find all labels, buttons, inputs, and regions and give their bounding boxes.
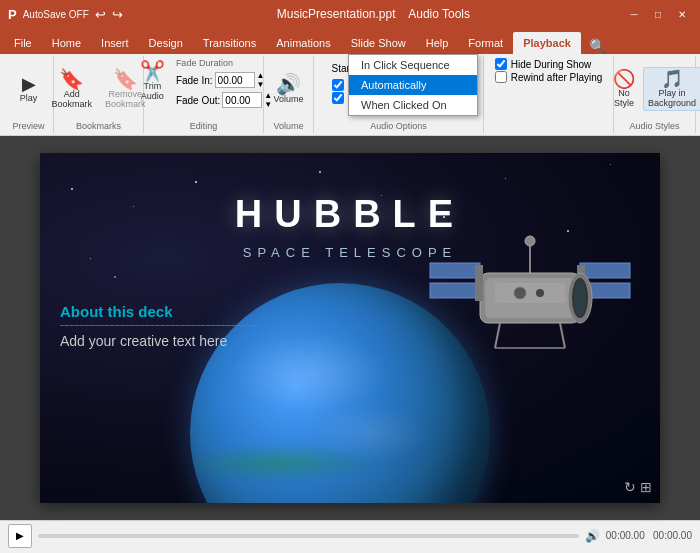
fade-in-label: Fade In: (176, 75, 213, 86)
slide-area: HUBBLE SPACE TELESCOPE About this deck A… (0, 136, 700, 520)
slide-subtitle: SPACE TELESCOPE (40, 245, 660, 260)
rewind-checkbox[interactable] (495, 71, 507, 83)
slide-body-text: Add your creative text here (60, 333, 227, 349)
start-dropdown-popup: In Click Sequence Automatically When Cli… (348, 54, 478, 116)
play-button[interactable]: ▶ Play (13, 72, 45, 106)
slide-bottom-icons: ↻ ⊞ (624, 479, 652, 495)
remove-bookmark-label: RemoveBookmark (105, 89, 146, 109)
play-bg-icon: 🎵 (661, 70, 683, 88)
no-style-label: NoStyle (614, 88, 634, 108)
slide[interactable]: HUBBLE SPACE TELESCOPE About this deck A… (40, 153, 660, 503)
editing-content: ✂️ TrimAudio Fade Duration Fade In: ▲▼ F… (135, 58, 272, 119)
tab-file[interactable]: File (4, 32, 42, 54)
title-bar: P AutoSave OFF ↩ ↪ MusicPresentation.ppt… (0, 0, 700, 28)
hide-during-show-checkbox[interactable] (495, 58, 507, 70)
tab-home[interactable]: Home (42, 32, 91, 54)
dropdown-item-automatically[interactable]: Automatically (349, 75, 477, 95)
tab-playback[interactable]: Playback (513, 32, 581, 54)
progress-bar[interactable] (38, 534, 579, 538)
audio-options-content2: Hide During Show Rewind after Playing (495, 58, 603, 129)
tab-insert[interactable]: Insert (91, 32, 139, 54)
tab-animations[interactable]: Animations (266, 32, 340, 54)
fade-out-label: Fade Out: (176, 95, 220, 106)
time-display: 00:00.00 00:00.00 (606, 530, 692, 541)
fade-in-input[interactable] (215, 72, 255, 88)
tab-transitions[interactable]: Transitions (193, 32, 266, 54)
play-icon: ▶ (22, 75, 36, 93)
loop-checkbox[interactable] (332, 92, 344, 104)
ribbon-tabs: File Home Insert Design Transitions Anim… (0, 28, 700, 54)
volume-content: 🔊 Volume (269, 58, 309, 119)
search-icon[interactable]: 🔍 (589, 38, 606, 54)
hide-during-show-label: Hide During Show (511, 59, 592, 70)
play-across-checkbox[interactable] (332, 79, 344, 91)
volume-group: 🔊 Volume Volume (264, 56, 314, 133)
rewind-row: Rewind after Playing (495, 71, 603, 83)
window-controls: ─ □ ✕ (624, 4, 692, 24)
svg-point-13 (514, 287, 526, 299)
slide-title: HUBBLE (40, 193, 660, 236)
bottom-bar: ▶ 🔊 00:00.00 00:00.00 (0, 520, 700, 550)
remove-bookmark-icon: 🔖 (113, 69, 138, 89)
play-pause-button[interactable]: ▶ (8, 524, 32, 548)
current-time: 00:00.00 (606, 530, 645, 541)
close-button[interactable]: ✕ (672, 4, 692, 24)
tab-help[interactable]: Help (416, 32, 459, 54)
add-bookmark-label: AddBookmark (52, 89, 93, 109)
svg-rect-2 (430, 263, 480, 278)
svg-rect-4 (475, 265, 483, 301)
restore-button[interactable]: □ (648, 4, 668, 24)
no-style-button[interactable]: 🚫 NoStyle (608, 67, 640, 111)
tab-design[interactable]: Design (139, 32, 193, 54)
tab-format[interactable]: Format (458, 32, 513, 54)
redo-icon[interactable]: ↪ (112, 7, 123, 22)
ribbon: ▶ Play Preview 🔖 AddBookmark 🔖 RemoveBoo… (0, 54, 700, 136)
fade-in-row: Fade In: ▲▼ (176, 71, 272, 89)
volume-group-label: Volume (274, 119, 304, 131)
play-icon: ▶ (16, 530, 24, 541)
preview-content: ▶ Play (13, 58, 45, 119)
play-label: Play (20, 93, 38, 103)
volume-button[interactable]: 🔊 Volume (269, 71, 309, 107)
audio-options-group2: Hide During Show Rewind after Playing (484, 56, 614, 133)
undo-icon[interactable]: ↩ (95, 7, 106, 22)
dropdown-item-when-clicked[interactable]: When Clicked On (349, 95, 477, 115)
play-bg-button[interactable]: 🎵 Play inBackground (643, 67, 700, 111)
play-bg-label: Play inBackground (648, 88, 696, 108)
minimize-button[interactable]: ─ (624, 4, 644, 24)
tab-slideshow[interactable]: Slide Show (341, 32, 416, 54)
fade-out-input[interactable] (222, 92, 262, 108)
editing-group: ✂️ TrimAudio Fade Duration Fade In: ▲▼ F… (144, 56, 264, 133)
add-bookmark-button[interactable]: 🔖 AddBookmark (47, 66, 98, 112)
fade-duration-label: Fade Duration (176, 58, 272, 68)
title-bar-center: MusicPresentation.ppt Audio Tools (123, 7, 624, 21)
bookmarks-group-label: Bookmarks (76, 119, 121, 131)
autosave-label[interactable]: AutoSave OFF (23, 9, 89, 20)
audio-styles-content: 🚫 NoStyle 🎵 Play inBackground (608, 58, 700, 119)
svg-rect-3 (430, 283, 480, 298)
remove-bookmark-button[interactable]: 🔖 RemoveBookmark (100, 66, 151, 112)
preview-group-label: Preview (12, 119, 44, 131)
total-time: 00:00.00 (653, 530, 692, 541)
svg-point-18 (574, 280, 586, 316)
main-content: HUBBLE SPACE TELESCOPE About this deck A… (0, 136, 700, 520)
volume-label: Volume (274, 94, 304, 104)
fade-out-row: Fade Out: ▲▼ (176, 91, 272, 109)
svg-line-16 (560, 323, 565, 348)
slide-divider (60, 325, 260, 326)
bookmarks-group: 🔖 AddBookmark 🔖 RemoveBookmark Bookmarks (54, 56, 144, 133)
audio-options-group-label: Audio Options (370, 119, 427, 131)
dropdown-item-click-sequence[interactable]: In Click Sequence (349, 55, 477, 75)
svg-rect-5 (580, 263, 630, 278)
fade-controls: Fade Duration Fade In: ▲▼ Fade Out: ▲▼ (176, 58, 272, 110)
volume-icon: 🔊 (276, 74, 301, 94)
no-style-icon: 🚫 (613, 70, 635, 88)
volume-icon[interactable]: 🔊 (585, 529, 600, 543)
bookmarks-content: 🔖 AddBookmark 🔖 RemoveBookmark (47, 58, 151, 119)
hide-during-show-row: Hide During Show (495, 58, 592, 70)
rotate-icon[interactable]: ↻ (624, 479, 636, 495)
svg-point-14 (536, 289, 544, 297)
grid-icon[interactable]: ⊞ (640, 479, 652, 495)
add-bookmark-icon: 🔖 (59, 69, 84, 89)
title-bar-left: P AutoSave OFF ↩ ↪ (8, 7, 123, 22)
